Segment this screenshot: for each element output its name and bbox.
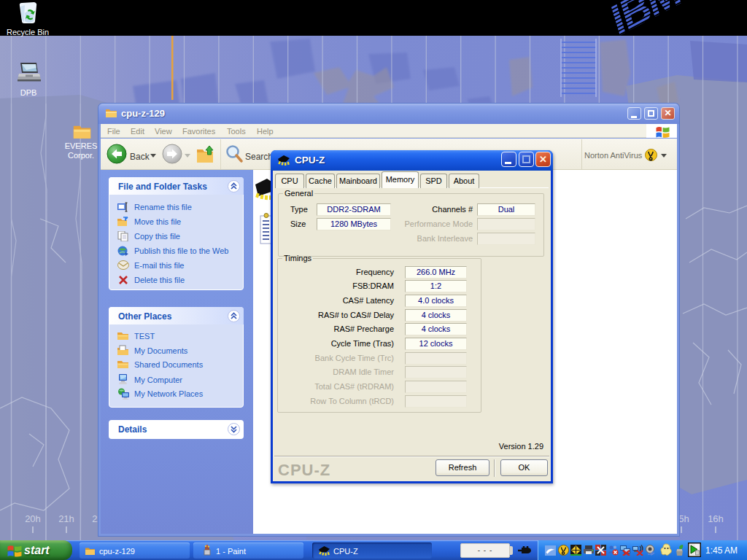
svg-text:21h: 21h bbox=[58, 513, 74, 524]
svg-text:16h: 16h bbox=[708, 513, 724, 524]
svg-text:20h: 20h bbox=[25, 513, 41, 524]
